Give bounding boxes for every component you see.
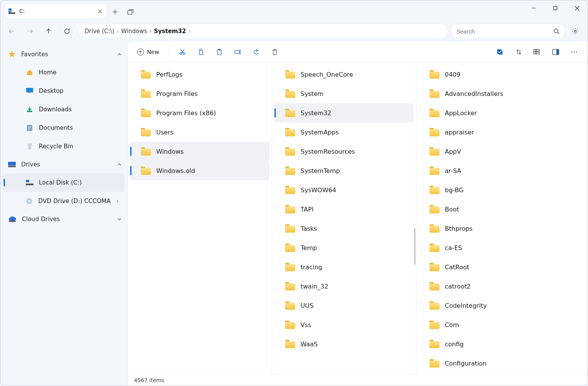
folder-item[interactable]: SystemTemp bbox=[274, 161, 414, 180]
svg-rect-30 bbox=[534, 52, 536, 54]
folder-item[interactable]: 0409 bbox=[419, 65, 585, 84]
forward-button[interactable] bbox=[22, 23, 38, 39]
rename-button[interactable] bbox=[230, 45, 246, 59]
folder-item[interactable]: config bbox=[419, 334, 585, 354]
delete-button[interactable] bbox=[267, 45, 283, 59]
more-button[interactable] bbox=[566, 45, 582, 59]
folder-label: UUS bbox=[301, 302, 314, 309]
recycle-bin-icon bbox=[26, 143, 33, 150]
sidebar-section-label: Cloud Drives bbox=[22, 216, 111, 223]
folder-icon bbox=[429, 243, 439, 252]
folder-item[interactable]: TAPI bbox=[274, 200, 414, 219]
folder-item[interactable]: ar-SA bbox=[419, 161, 585, 180]
folder-item[interactable]: twain_32 bbox=[274, 277, 414, 296]
folder-item[interactable]: UUS bbox=[274, 296, 414, 315]
sidebar-item-home[interactable]: Home bbox=[3, 63, 124, 82]
folder-item[interactable]: WaaS bbox=[274, 334, 414, 354]
preview-pane-button[interactable] bbox=[548, 45, 564, 59]
sidebar-item-documents[interactable]: Documents bbox=[3, 119, 124, 137]
folder-item[interactable]: Com bbox=[419, 315, 585, 334]
folder-icon bbox=[285, 205, 295, 213]
copy-button[interactable] bbox=[193, 45, 209, 59]
breadcrumb-segment[interactable]: System32 bbox=[152, 27, 187, 35]
folder-item[interactable]: Tasks bbox=[274, 219, 414, 238]
close-window-button[interactable] bbox=[566, 0, 588, 16]
search-box[interactable] bbox=[451, 23, 565, 39]
layout-button[interactable] bbox=[529, 45, 545, 59]
folder-item[interactable]: tracing bbox=[274, 257, 414, 277]
sidebar-item-downloads[interactable]: Downloads bbox=[3, 100, 124, 119]
folder-item[interactable]: AppLocker bbox=[419, 103, 585, 123]
folder-item[interactable]: System bbox=[274, 84, 414, 103]
folder-label: ca-ES bbox=[445, 244, 462, 252]
select-button[interactable] bbox=[492, 45, 508, 59]
folder-item[interactable]: AppV bbox=[419, 142, 585, 161]
paste-button[interactable] bbox=[211, 45, 227, 59]
folder-item[interactable]: Users bbox=[130, 123, 269, 142]
folder-item[interactable]: Vss bbox=[274, 315, 414, 334]
folder-item[interactable]: Temp bbox=[274, 238, 414, 257]
up-button[interactable] bbox=[40, 23, 57, 39]
folder-item[interactable]: System32 bbox=[274, 103, 414, 123]
folder-icon bbox=[285, 340, 295, 348]
new-tab-button[interactable] bbox=[107, 3, 123, 20]
folder-item[interactable]: Windows.old bbox=[130, 161, 269, 180]
new-button[interactable]: + New bbox=[133, 46, 163, 58]
breadcrumb-segment[interactable]: Drive (C:\) bbox=[83, 27, 116, 35]
sidebar-item-recycle-bin[interactable]: Recycle Bin bbox=[3, 137, 124, 156]
sidebar-item-desktop[interactable]: Desktop bbox=[3, 82, 124, 100]
folder-item[interactable]: catroot2 bbox=[419, 277, 585, 296]
folder-item[interactable]: appraiser bbox=[419, 123, 585, 142]
folder-item[interactable]: CatRoot bbox=[419, 257, 585, 277]
folder-icon bbox=[285, 166, 295, 175]
folder-item[interactable]: PerfLogs bbox=[130, 65, 269, 84]
minimize-button[interactable] bbox=[523, 0, 545, 16]
folder-label: ar-SA bbox=[445, 167, 461, 175]
back-button[interactable] bbox=[3, 23, 20, 39]
folder-icon bbox=[285, 224, 295, 233]
folder-icon bbox=[141, 109, 151, 117]
folder-item[interactable]: AdvancedInstallers bbox=[419, 84, 585, 103]
cut-button[interactable] bbox=[174, 45, 190, 59]
search-input[interactable] bbox=[456, 28, 550, 35]
sort-button[interactable] bbox=[511, 45, 527, 59]
sidebar-section-cloud-drives[interactable]: Cloud Drives bbox=[0, 210, 127, 228]
breadcrumb-label: Drive (C:\) bbox=[85, 28, 114, 35]
folder-item[interactable]: Bthprops bbox=[419, 219, 585, 238]
sidebar-item-dvd-drive-d[interactable]: DVD Drive (D:) CCCOMA_X › bbox=[3, 192, 124, 210]
folder-label: Windows bbox=[156, 148, 184, 155]
sidebar-item-label: DVD Drive (D:) CCCOMA_X bbox=[38, 198, 111, 205]
folder-item[interactable]: Speech_OneCore bbox=[274, 65, 414, 84]
column-pane[interactable]: 0409AdvancedInstallersAppLockerappraiser… bbox=[416, 62, 588, 374]
close-tab-icon[interactable] bbox=[95, 7, 104, 15]
browser-tab[interactable]: C: bbox=[4, 3, 107, 19]
sidebar-section-favorites[interactable]: Favorites bbox=[0, 45, 127, 63]
chevron-up-icon bbox=[117, 52, 122, 57]
folder-item[interactable]: Windows bbox=[130, 142, 269, 161]
tab-overview-button[interactable] bbox=[123, 3, 138, 20]
folder-item[interactable]: Program Files bbox=[130, 84, 269, 103]
refresh-button[interactable] bbox=[59, 23, 75, 39]
column-pane[interactable]: Speech_OneCoreSystemSystem32SystemAppsSy… bbox=[272, 62, 416, 374]
settings-button[interactable] bbox=[568, 23, 583, 39]
folder-item[interactable]: Program Files (x86) bbox=[130, 103, 269, 123]
breadcrumb-segment[interactable]: Windows bbox=[120, 27, 149, 35]
folder-item[interactable]: SystemResources bbox=[274, 142, 414, 161]
maximize-button[interactable] bbox=[545, 0, 566, 16]
folder-item[interactable]: SysWOW64 bbox=[274, 180, 414, 200]
folder-icon bbox=[429, 263, 439, 271]
sidebar-item-local-disk-c[interactable]: Local Disk (C:) bbox=[3, 173, 124, 192]
folder-icon bbox=[141, 166, 151, 175]
folder-item[interactable]: Boot bbox=[419, 200, 585, 219]
folder-item[interactable]: CodeIntegrity bbox=[419, 296, 585, 315]
folder-icon bbox=[141, 147, 151, 156]
column-pane[interactable]: PerfLogsProgram FilesProgram Files (x86)… bbox=[128, 62, 272, 374]
sidebar-section-drives[interactable]: Drives bbox=[0, 156, 127, 173]
share-button[interactable] bbox=[248, 45, 264, 59]
address-bar[interactable]: Drive (C:\) › Windows › System32 › bbox=[77, 23, 448, 39]
svg-rect-8 bbox=[26, 88, 33, 92]
folder-item[interactable]: Configuration bbox=[419, 354, 585, 373]
folder-item[interactable]: bg-BG bbox=[419, 180, 585, 200]
folder-item[interactable]: SystemApps bbox=[274, 123, 414, 142]
folder-item[interactable]: ca-ES bbox=[419, 238, 585, 257]
